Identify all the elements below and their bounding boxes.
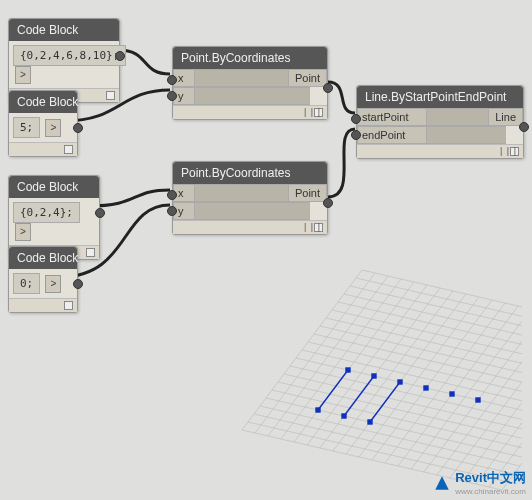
- svg-line-21: [302, 350, 522, 410]
- svg-line-33: [338, 302, 522, 362]
- output-chevron[interactable]: >: [15, 66, 31, 84]
- svg-line-13: [278, 382, 522, 442]
- input-knob-x[interactable]: [167, 75, 177, 85]
- input-port-end[interactable]: endPoint: [357, 126, 427, 144]
- output-chevron[interactable]: >: [45, 119, 61, 137]
- output-knob[interactable]: [323, 198, 333, 208]
- watermark-text: Revit中文网: [455, 469, 526, 487]
- svg-rect-45: [424, 386, 428, 390]
- code-expression[interactable]: 5;: [13, 117, 40, 138]
- node-code-block-2[interactable]: Code Block 5; >: [8, 90, 78, 157]
- input-knob-start[interactable]: [351, 114, 361, 124]
- input-port-start[interactable]: startPoint: [357, 108, 427, 126]
- dynamo-canvas[interactable]: Code Block {0,2,4,6,8,10}; > Code Block …: [0, 0, 532, 500]
- svg-line-25: [314, 334, 522, 394]
- output-port[interactable]: [73, 123, 83, 133]
- code-expression[interactable]: {0,2,4};: [13, 202, 80, 223]
- watermark: Revit中文网 www.chinarevit.com: [433, 469, 526, 496]
- svg-line-19: [296, 358, 522, 418]
- svg-line-38: [489, 327, 522, 487]
- output-port[interactable]: [115, 51, 125, 61]
- output-knob[interactable]: [519, 122, 529, 132]
- node-title: Code Block: [9, 176, 99, 198]
- output-port[interactable]: [95, 208, 105, 218]
- node-point-bycoords-2[interactable]: Point.ByCoordinates x Point y . | | |: [172, 161, 328, 235]
- input-knob-x[interactable]: [167, 190, 177, 200]
- code-expression[interactable]: 0;: [13, 273, 40, 294]
- freeze-toggle[interactable]: [64, 145, 73, 154]
- node-title: Line.ByStartPointEndPoint: [357, 86, 523, 108]
- svg-line-37: [350, 286, 522, 346]
- svg-line-39: [356, 278, 522, 338]
- output-port-point[interactable]: Point: [288, 184, 327, 202]
- output-port-line[interactable]: Line: [488, 108, 523, 126]
- node-title: Point.ByCoordinates: [173, 162, 327, 184]
- freeze-toggle[interactable]: [106, 91, 115, 100]
- svg-line-36: [476, 324, 522, 484]
- geometry-preview[interactable]: [182, 230, 522, 490]
- input-knob-y[interactable]: [167, 91, 177, 101]
- output-knob[interactable]: [323, 83, 333, 93]
- output-chevron[interactable]: >: [15, 223, 31, 241]
- output-chevron[interactable]: >: [45, 275, 61, 293]
- svg-rect-47: [476, 398, 480, 402]
- svg-rect-46: [450, 392, 454, 396]
- input-knob-y[interactable]: [167, 206, 177, 216]
- input-knob-end[interactable]: [351, 130, 361, 140]
- output-port[interactable]: [73, 279, 83, 289]
- svg-line-17: [290, 366, 522, 426]
- revit-icon: [433, 474, 451, 492]
- freeze-toggle[interactable]: [64, 301, 73, 310]
- code-expression[interactable]: {0,2,4,6,8,10};: [13, 45, 126, 66]
- node-point-bycoords-1[interactable]: Point.ByCoordinates x Point y . | | |: [172, 46, 328, 120]
- node-title: Code Block: [9, 247, 77, 269]
- watermark-url: www.chinarevit.com: [455, 487, 526, 496]
- node-code-block-4[interactable]: Code Block 0; >: [8, 246, 78, 313]
- node-title: Code Block: [9, 91, 77, 113]
- node-line-bystartend[interactable]: Line.ByStartPointEndPoint startPoint Lin…: [356, 85, 524, 159]
- svg-line-28: [424, 312, 522, 472]
- svg-line-23: [308, 342, 522, 402]
- lacing-indicator[interactable]: | | |: [304, 107, 321, 117]
- node-title: Point.ByCoordinates: [173, 47, 327, 69]
- output-port-point[interactable]: Point: [288, 69, 327, 87]
- lacing-indicator[interactable]: | | |: [500, 146, 517, 156]
- node-title: Code Block: [9, 19, 119, 41]
- freeze-toggle[interactable]: [86, 248, 95, 257]
